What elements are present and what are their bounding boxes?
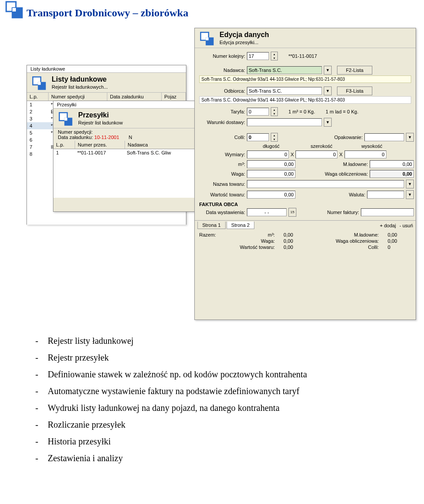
col-lp[interactable]: L.p.: [53, 141, 75, 149]
spin-button[interactable]: ▲▼: [271, 107, 278, 116]
mladowne-label: M.ładowne:: [310, 162, 368, 167]
listy-header: Listy ładunkowe: [52, 75, 108, 83]
col-lp[interactable]: L.p.: [27, 93, 49, 101]
bullet-item: Zestawienia i analizy: [48, 450, 123, 466]
wymiary-label: Wymiary:: [197, 152, 245, 157]
m3-label: m³:: [197, 162, 245, 167]
col-numer[interactable]: Numer spedycji: [49, 93, 107, 101]
col-data[interactable]: Data załadunku: [107, 93, 162, 101]
dropdown-icon[interactable]: ▼: [406, 133, 414, 142]
sum-wartosc-label: Wartość towaru:: [231, 244, 275, 250]
numer-faktury-label: Numer faktury:: [310, 210, 359, 215]
taryfa-label: Taryfa:: [197, 109, 245, 114]
nadawca-label: Nadawca:: [197, 68, 245, 73]
sum-m3-value: 0,00: [284, 232, 307, 237]
bullet-item: Definiowanie stawek w zależność np. od k…: [48, 366, 307, 383]
opakowanie-input[interactable]: [364, 133, 404, 141]
waga-label: Waga:: [197, 171, 245, 177]
przesylki-subheader: Rejestr list ładunkow: [78, 120, 123, 125]
dodaj-button[interactable]: + dodaj: [380, 223, 396, 228]
razem-label: Razem:: [199, 232, 223, 237]
numer-ref-label: **01-11-0017: [288, 53, 317, 59]
dim-dlugosc-label: długość: [247, 143, 295, 149]
wartosc-towaru-label: Wartość towaru:: [197, 192, 245, 197]
numer-faktury-input[interactable]: [361, 208, 414, 216]
dropdown-icon[interactable]: ▼: [324, 66, 332, 75]
nazwa-towaru-input[interactable]: [247, 180, 404, 188]
spin-button[interactable]: ▲▼: [271, 52, 278, 60]
odbiorca-input[interactable]: [247, 87, 322, 95]
bullet-item: Historia przesyłki: [48, 433, 111, 450]
nadawca-address: Soft-Trans S.C. Odrowążów 93a/1 44-103 G…: [199, 75, 411, 83]
titlebar-przesylki: Przesyłki: [53, 101, 195, 109]
tab-strona1[interactable]: Strona 1: [197, 222, 226, 229]
waga-input[interactable]: [247, 170, 295, 178]
przesylki-table: L.p. Numer przes. Nadawca 1**01-11-0017S…: [53, 141, 195, 198]
bullet-item: Rejestr listy ładunkowej: [48, 332, 133, 349]
app-logo-icon: [58, 111, 74, 127]
col-numer-przes[interactable]: Numer przes.: [75, 141, 125, 149]
window-edycja-danych: Edycja danych Edycja przesyłki... Numer …: [194, 28, 416, 320]
nazwa-towaru-label: Nazwa towaru:: [197, 181, 245, 187]
data-wystawienia-input[interactable]: [247, 208, 287, 216]
sum-wagaobl-value: 0,00: [388, 238, 411, 244]
spin-button[interactable]: ▲▼: [271, 133, 278, 142]
bullet-item: Wydruki listy ładunkowej na dany pojazd,…: [48, 399, 280, 416]
dropdown-icon[interactable]: ▼: [406, 190, 414, 199]
data-zaladunku-value: 10-11-2001: [95, 135, 119, 140]
bullet-item: Automatyczne wystawienie faktury na pods…: [48, 383, 299, 399]
colli-label: Colli:: [197, 135, 245, 140]
x-label: X: [339, 152, 342, 157]
colli-input[interactable]: [247, 133, 269, 141]
screenshot-composite: Listy ładunkowe Listy ładunkowe Rejestr …: [26, 28, 415, 319]
sum-mladowne-value: 0,00: [388, 232, 411, 237]
dropdown-icon[interactable]: ▼: [324, 118, 332, 127]
svg-rect-8: [64, 118, 68, 121]
sum-waga-value: 0,00: [284, 238, 307, 244]
przesylki-header: Przesyłki: [78, 111, 123, 119]
dropdown-icon[interactable]: ▼: [324, 87, 332, 95]
taryfa-input[interactable]: [247, 108, 269, 116]
tab-strona2[interactable]: Strona 2: [227, 222, 255, 229]
szerokosc-input[interactable]: [295, 150, 337, 158]
bullet-item: Rejestr przesyłek: [48, 349, 109, 366]
waga-obl-value: [370, 170, 414, 178]
m3-input[interactable]: [247, 160, 295, 168]
dropdown-icon[interactable]: ▼: [406, 180, 414, 188]
mladowne-input[interactable]: [370, 160, 414, 168]
wartosc-towaru-input[interactable]: [247, 191, 295, 199]
nadawca-input[interactable]: [247, 66, 322, 74]
waluta-input[interactable]: [367, 191, 404, 199]
sum-waga-label: Waga:: [231, 238, 275, 244]
x-label: X: [291, 152, 294, 157]
data-wystawienia-label: Data wystawienia:: [197, 210, 245, 215]
waga-obl-label: Waga obliczeniowa:: [310, 171, 368, 177]
faktura-obca-header: FAKTURA OBCA: [195, 200, 416, 207]
titlebar-listy: Listy ładunkowe: [27, 65, 186, 73]
f3-lista-button[interactable]: F3-Lista: [337, 87, 372, 95]
sum-wartosc-value: 0,00: [284, 244, 307, 250]
feature-list: -Rejestr listy ładunkowej -Rejestr przes…: [26, 332, 415, 466]
data-zaladunku-label: Data załadunku:: [58, 135, 93, 140]
edycja-subheader: Edycja przesyłki...: [220, 40, 269, 45]
table-row[interactable]: 1**01-11-0017Soft-Trans S.C. Gliw: [53, 149, 195, 156]
window-przesylki: Przesyłki Przesyłki Rejestr list ładunko…: [53, 101, 195, 212]
numer-kolejny-input[interactable]: [247, 52, 269, 60]
calendar-icon[interactable]: 15: [288, 208, 296, 217]
doc-title: Transport Drobnicowy – zbiorówka: [26, 7, 415, 19]
warunki-input[interactable]: [247, 118, 322, 126]
usun-button[interactable]: - usuń: [399, 223, 413, 228]
sum-mladowne-label: M.ładowne:: [316, 232, 379, 237]
f2-lista-button[interactable]: F2-Lista: [337, 66, 372, 75]
col-pojazd[interactable]: Pojaz: [162, 93, 186, 101]
opakowanie-label: Opakowanie:: [305, 135, 363, 140]
dlugosc-input[interactable]: [247, 150, 289, 158]
odbiorca-label: Odbiorca:: [197, 88, 245, 94]
svg-rect-5: [38, 82, 41, 85]
col-nadawca[interactable]: Nadawca: [125, 141, 195, 149]
sum-colli-label: Colli:: [316, 244, 379, 250]
sum-colli-value: 0: [388, 244, 411, 250]
numer-kolejny-label: Numer kolejny:: [197, 53, 245, 59]
wysokosc-input[interactable]: [344, 150, 386, 158]
taryfa-lad-label: 1 m lad = 0 Kg.: [326, 109, 358, 114]
